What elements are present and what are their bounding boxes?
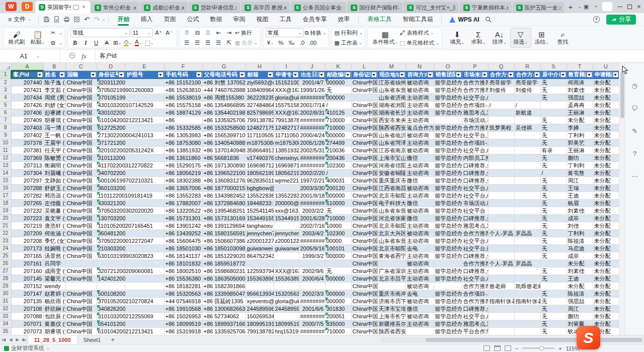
cell[interactable]: ######## bbox=[299, 116, 325, 124]
cell[interactable] bbox=[125, 297, 164, 305]
cell[interactable]: +86 刘慧 137052 bbox=[202, 78, 246, 86]
cell[interactable]: 610104200212213421 bbox=[97, 327, 125, 335]
cell[interactable]: 200436 bbox=[325, 154, 351, 161]
cell[interactable]: 825798695 bbox=[246, 109, 274, 116]
menu-item-页面[interactable]: 页面 bbox=[158, 13, 181, 26]
cell[interactable]: 赵君婷 (女 bbox=[43, 290, 65, 297]
cell[interactable]: / bbox=[514, 101, 540, 109]
first-sheet-icon[interactable]: |◀ bbox=[0, 337, 7, 342]
cell[interactable]: 207208 bbox=[11, 237, 43, 244]
cell[interactable]: +86 1506607386 bbox=[202, 237, 246, 244]
cell[interactable]: 舒妍玉 (女 bbox=[43, 184, 65, 192]
cell[interactable]: 117110505 bbox=[274, 131, 299, 139]
cell[interactable]: 370502199901260083 bbox=[97, 86, 125, 94]
cell[interactable] bbox=[514, 214, 540, 222]
cell[interactable] bbox=[514, 267, 540, 275]
cell[interactable]: 835000 bbox=[325, 320, 351, 327]
globe-icon[interactable]: ◔ bbox=[594, 4, 597, 10]
cell[interactable]: +86 18501030 bbox=[164, 244, 202, 252]
cell[interactable]: +86 13552283 bbox=[164, 192, 202, 199]
cell[interactable] bbox=[97, 282, 125, 290]
fill-button[interactable]: ⬇填充⌄ bbox=[447, 28, 468, 48]
filter-dropdown-button[interactable] bbox=[119, 72, 124, 77]
cell[interactable]: 150269534 bbox=[246, 312, 274, 320]
cell[interactable]: 主动咨询 bbox=[406, 237, 434, 244]
cell[interactable]: 王丽淋 bbox=[567, 146, 593, 154]
cell[interactable]: 000000 bbox=[325, 78, 351, 86]
cell[interactable]: 未分配 bbox=[593, 244, 619, 252]
cell[interactable]: 未分配 bbox=[593, 192, 619, 199]
cell[interactable]: +86 18099519 bbox=[164, 320, 202, 327]
cell[interactable]: 北京市朝阳 bbox=[377, 222, 406, 229]
cell[interactable] bbox=[125, 214, 164, 222]
cell[interactable]: / bbox=[540, 169, 567, 177]
vertical-scrollbar[interactable] bbox=[619, 63, 625, 335]
decrease-decimal-icon[interactable]: .0 bbox=[297, 39, 307, 47]
row-header-5[interactable]: 5 bbox=[0, 101, 11, 109]
cell[interactable]: 未分配 bbox=[593, 259, 619, 267]
cell[interactable]: 710000 bbox=[325, 116, 351, 124]
cell[interactable]: 未分配 bbox=[593, 222, 619, 229]
cell[interactable]: +86 18056219 bbox=[164, 169, 202, 177]
cell[interactable] bbox=[488, 320, 514, 327]
cell[interactable]: wjrme221@ bbox=[274, 177, 299, 184]
cell[interactable]: China中国 bbox=[351, 154, 377, 161]
cell[interactable]: 无 bbox=[540, 161, 567, 169]
cell[interactable]: 117110505 bbox=[246, 131, 274, 139]
cell[interactable]: 864752343 bbox=[246, 252, 274, 259]
cell[interactable]: 未分配 bbox=[567, 259, 593, 267]
cell[interactable]: +86 1850103098 bbox=[202, 244, 246, 252]
cell[interactable]: 西安市未央 bbox=[377, 116, 406, 124]
cell[interactable]: 上海市宝山 bbox=[377, 154, 406, 161]
cell[interactable] bbox=[488, 169, 514, 177]
cell[interactable]: 169698712 bbox=[274, 161, 299, 169]
cell[interactable]: wendy bbox=[43, 282, 65, 290]
cell[interactable]: 207219 bbox=[11, 222, 43, 229]
cell[interactable] bbox=[514, 290, 540, 297]
cell[interactable]: 江苏省徐州 bbox=[377, 78, 406, 86]
cell[interactable]: 2001/9/18 bbox=[299, 192, 325, 199]
cell[interactable]: 凯烁曾老师 bbox=[514, 282, 540, 290]
cell[interactable] bbox=[488, 139, 514, 146]
cell[interactable]: 无 bbox=[540, 86, 567, 94]
cell[interactable]: 207160 bbox=[11, 267, 43, 275]
cell[interactable]: 山东省东营 bbox=[377, 86, 406, 94]
cell[interactable]: ######## bbox=[299, 237, 325, 244]
cell[interactable]: 370502200012272047 bbox=[97, 237, 125, 244]
header-cell-O1[interactable]: 销售团队 bbox=[434, 70, 462, 78]
cell[interactable]: 207440 bbox=[11, 78, 43, 86]
cell[interactable]: 未分配 bbox=[567, 282, 593, 290]
cell[interactable]: 无 bbox=[540, 199, 567, 207]
cell[interactable]: 杨欣雨 (女 bbox=[43, 297, 65, 305]
header-cell-G1[interactable]: 父母电话号码 bbox=[202, 70, 246, 78]
cell[interactable]: +86 15320563 bbox=[164, 290, 202, 297]
cell[interactable]: +86 13657006 bbox=[164, 184, 202, 192]
cell[interactable]: 000000 bbox=[325, 275, 351, 282]
cell[interactable]: 430103200107142529 bbox=[97, 101, 125, 109]
column-header-I[interactable]: I bbox=[274, 63, 299, 70]
cell[interactable]: 200051 bbox=[325, 312, 351, 320]
name-box[interactable]: A1⌄ bbox=[0, 50, 60, 62]
cell[interactable]: China中国 bbox=[65, 169, 97, 177]
cell[interactable] bbox=[65, 282, 97, 290]
cell[interactable] bbox=[514, 305, 540, 312]
cell[interactable] bbox=[125, 109, 164, 116]
cell-style-button[interactable]: ⬚单元格样式⌄ bbox=[399, 38, 439, 47]
filter-dropdown-button[interactable] bbox=[560, 72, 566, 77]
horizontal-scrollbar[interactable] bbox=[380, 337, 644, 342]
cell[interactable] bbox=[488, 290, 514, 297]
cell[interactable]: 成菲 bbox=[567, 252, 593, 259]
cell[interactable]: 湖南省长沙 bbox=[377, 109, 406, 116]
cell[interactable] bbox=[125, 124, 164, 131]
filter-dropdown-button[interactable] bbox=[293, 72, 298, 77]
align-bottom-icon[interactable]: ⍗ bbox=[203, 29, 213, 37]
cell[interactable]: 无 bbox=[540, 207, 567, 214]
cell[interactable]: China中国 bbox=[351, 101, 377, 109]
cell[interactable]: 未分配 bbox=[567, 116, 593, 124]
column-header-J[interactable]: J bbox=[299, 63, 325, 70]
header-cell-L1[interactable]: 身份证地 bbox=[351, 70, 377, 78]
cell[interactable]: +86 13611860 bbox=[164, 154, 202, 161]
cell[interactable]: 2003/3/30 bbox=[299, 184, 325, 192]
menu-item-开始[interactable]: 开始 bbox=[112, 13, 135, 26]
cell[interactable]: 799138782 bbox=[246, 327, 274, 335]
